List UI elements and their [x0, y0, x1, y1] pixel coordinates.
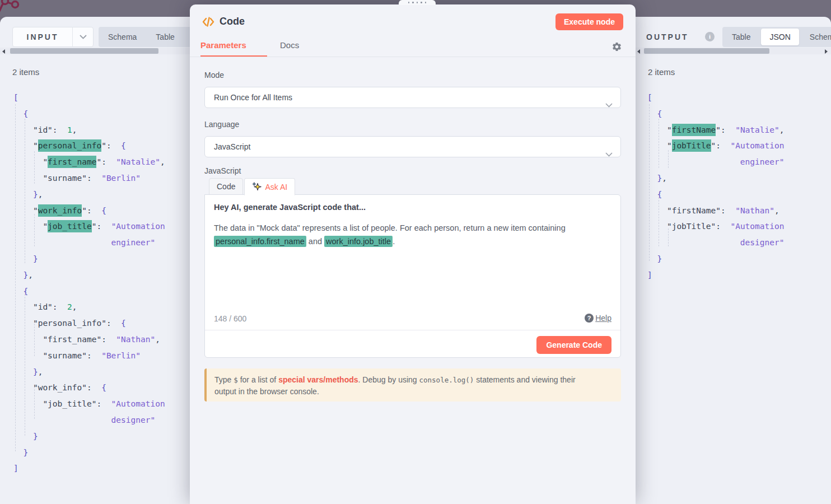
input-view-switcher: Schema Table	[99, 27, 196, 47]
tab-output-schema[interactable]: Schema	[800, 27, 831, 47]
output-hscrollbar-thumb[interactable]	[644, 48, 769, 54]
output-panel-title: OUTPUT	[646, 28, 689, 46]
chevron-down-icon	[605, 95, 613, 115]
tab-parameters[interactable]: Parameters	[200, 40, 246, 50]
divider	[190, 57, 636, 57]
code-hint-callout: Type $ for a list of special vars/method…	[204, 368, 621, 402]
divider	[205, 330, 620, 330]
language-select[interactable]: JavaScript	[204, 136, 621, 157]
code-node-icon	[202, 15, 215, 31]
input-hscrollbar-thumb[interactable]	[10, 48, 158, 54]
output-view-switcher: Table JSON Schema	[722, 27, 831, 47]
tab-output-table[interactable]: Table	[722, 27, 760, 47]
prompt-heading: Hey AI, generate JavaScript code that...	[214, 203, 366, 212]
tab-docs[interactable]: Docs	[280, 40, 299, 50]
input-source-select[interactable]: INPUT	[12, 27, 94, 47]
mode-select[interactable]: Run Once for All Items	[204, 87, 621, 108]
editor-label: JavaScript	[204, 166, 241, 175]
mode-value: Run Once for All Items	[214, 93, 292, 102]
output-json-view: [ { "firstName": "Natalie", "jobTitle": …	[647, 90, 784, 283]
ask-ai-label: Ask AI	[265, 179, 287, 195]
sparkles-icon	[252, 182, 262, 192]
output-panel: OUTPUT i Table JSON Schema 2 items [ { "…	[636, 17, 831, 504]
help-link[interactable]: ? Help	[585, 314, 611, 323]
input-panel-title: INPUT	[13, 32, 72, 41]
tab-input-schema[interactable]: Schema	[99, 27, 146, 47]
output-items-count: 2 items	[648, 67, 675, 77]
gear-icon[interactable]	[611, 41, 622, 54]
ask-ai-prompt-box: Hey AI, generate JavaScript code that...…	[204, 194, 621, 358]
node-title: Code	[220, 16, 245, 27]
input-json-view: [ { "id": 1, "personal_info": { "first_n…	[13, 90, 165, 477]
editor-tab-bar: Code Ask AI	[209, 178, 295, 195]
prompt-textarea[interactable]: The data in "Mock data" represents a lis…	[214, 221, 611, 248]
help-label: Help	[595, 314, 611, 323]
tab-input-table[interactable]: Table	[146, 27, 184, 47]
chevron-down-icon	[605, 144, 613, 164]
help-icon: ?	[585, 314, 594, 323]
language-value: JavaScript	[214, 142, 250, 151]
tab-editor-code[interactable]: Code	[209, 178, 243, 195]
generate-code-button[interactable]: Generate Code	[536, 336, 611, 354]
execute-node-button[interactable]: Execute node	[555, 13, 623, 30]
info-icon[interactable]: i	[705, 32, 715, 41]
scroll-right-arrow[interactable]	[825, 49, 828, 54]
canvas-node-decoration	[0, 0, 39, 17]
language-label: Language	[204, 120, 239, 129]
scroll-left-arrow[interactable]	[637, 49, 640, 54]
input-panel: INPUT Schema Table 2 items [ { "id": 1, …	[0, 17, 196, 504]
input-items-count: 2 items	[12, 67, 39, 77]
scroll-left-arrow[interactable]	[2, 49, 5, 54]
tab-output-json[interactable]: JSON	[761, 29, 799, 45]
code-node-modal: Code Execute node Parameters Docs Mode R…	[190, 4, 636, 504]
chevron-down-icon	[73, 35, 93, 39]
char-count: 148 / 600	[214, 314, 246, 323]
mode-label: Mode	[204, 71, 224, 80]
tab-editor-ask-ai[interactable]: Ask AI	[244, 178, 295, 195]
drag-handle[interactable]	[399, 0, 436, 5]
